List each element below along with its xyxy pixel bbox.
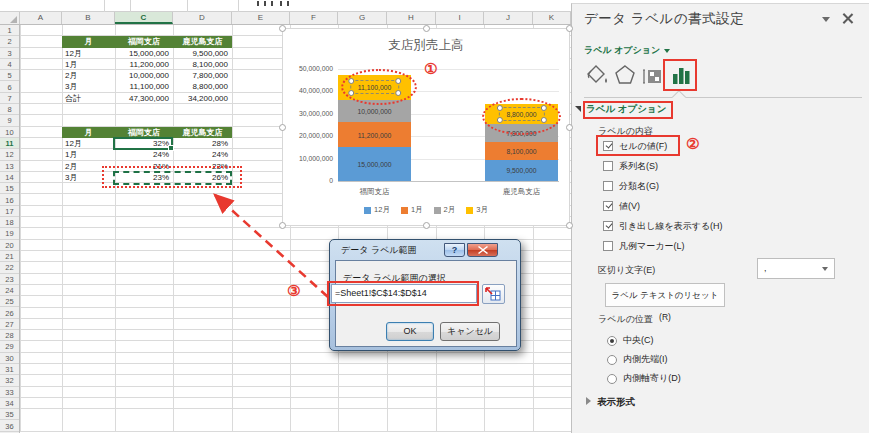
separator-dropdown[interactable]: , bbox=[757, 258, 835, 279]
row-header-6[interactable]: 6 bbox=[0, 82, 19, 93]
chart-handle-tm[interactable] bbox=[423, 25, 430, 32]
header-fukuoka[interactable]: 福岡支店 bbox=[115, 36, 173, 47]
checkbox[interactable] bbox=[603, 141, 613, 151]
checkbox-row[interactable]: セルの値(F) bbox=[603, 136, 723, 156]
cell-fukuoka-percent[interactable]: 24% bbox=[115, 149, 173, 160]
cell-kagoshima-percent[interactable]: 24% bbox=[173, 149, 232, 160]
checkbox-row[interactable]: 値(V) bbox=[603, 196, 723, 216]
chart-handle-ml[interactable] bbox=[279, 124, 286, 131]
radio-button[interactable] bbox=[607, 336, 617, 346]
cancel-button[interactable]: キャンセル bbox=[440, 322, 500, 341]
pane-collapse-icon[interactable] bbox=[822, 17, 830, 22]
cell-month[interactable]: 合計 bbox=[62, 93, 115, 104]
column-header-G[interactable]: G bbox=[338, 12, 387, 24]
cell-month[interactable]: 3月 bbox=[62, 81, 115, 92]
row-header-29[interactable]: 29 bbox=[0, 341, 19, 352]
row-header-7[interactable]: 7 bbox=[0, 93, 19, 104]
row-header-33[interactable]: 33 bbox=[0, 387, 19, 398]
column-header-E[interactable]: E bbox=[232, 12, 290, 24]
range-picker-button[interactable] bbox=[482, 284, 505, 304]
checkbox[interactable] bbox=[603, 241, 613, 251]
row-header-19[interactable]: 19 bbox=[0, 228, 19, 239]
effects-tab-icon[interactable] bbox=[613, 62, 637, 90]
column-header-H[interactable]: H bbox=[387, 12, 436, 24]
column-header-B[interactable]: B bbox=[62, 12, 115, 24]
chart-handle-mr[interactable] bbox=[566, 124, 573, 131]
select-all-corner[interactable] bbox=[0, 12, 20, 24]
dialog-help-button[interactable]: ? bbox=[444, 243, 465, 257]
row-header-4[interactable]: 4 bbox=[0, 59, 19, 70]
row-header-14[interactable]: 14 bbox=[0, 172, 19, 183]
cell-kagoshima-value[interactable]: 7,800,000 bbox=[173, 70, 232, 81]
column-header-F[interactable]: F bbox=[290, 12, 338, 24]
column-header-J[interactable]: J bbox=[484, 12, 533, 24]
range-input[interactable]: =Sheet1!$C$14:$D$14 bbox=[331, 284, 477, 303]
chart-handle-tl[interactable] bbox=[279, 25, 286, 32]
cell-fukuoka-value[interactable]: 15,000,000 bbox=[115, 48, 173, 59]
section-label-options[interactable]: ラベル オプション bbox=[575, 103, 666, 116]
header-kagoshima[interactable]: 鹿児島支店 bbox=[173, 127, 232, 138]
row-header-36[interactable]: 36 bbox=[0, 421, 19, 432]
column-header-C[interactable]: C bbox=[115, 12, 173, 24]
cell-kagoshima-percent[interactable]: 28% bbox=[173, 138, 232, 149]
row-header-5[interactable]: 5 bbox=[0, 70, 19, 81]
row-header-3[interactable]: 3 bbox=[0, 48, 19, 59]
checkbox-row[interactable]: 引き出し線を表示する(H) bbox=[603, 216, 723, 236]
reset-label-text-button[interactable]: ラベル テキストのリセット(R) bbox=[605, 283, 725, 307]
row-header-21[interactable]: 21 bbox=[0, 251, 19, 262]
cell-kagoshima-value[interactable]: 8,100,000 bbox=[173, 59, 232, 70]
cell-month[interactable]: 1月 bbox=[62, 149, 115, 160]
row-header-31[interactable]: 31 bbox=[0, 364, 19, 375]
cell-month[interactable]: 12月 bbox=[62, 48, 115, 59]
checkbox[interactable] bbox=[603, 201, 613, 211]
chart-handle-tr[interactable] bbox=[566, 25, 573, 32]
data-label-1月[interactable]: 8,100,000 bbox=[506, 147, 536, 154]
data-label-range-dialog[interactable]: データ ラベル範囲 ? データ ラベル範囲の選択 =Sheet1!$C$14:$… bbox=[329, 239, 521, 351]
cell-kagoshima-value[interactable]: 8,800,000 bbox=[173, 81, 232, 92]
column-header-A[interactable]: A bbox=[20, 12, 62, 24]
checkbox-row[interactable]: 凡例マーカー(L) bbox=[603, 236, 723, 256]
legend-item-2月[interactable]: 2月 bbox=[434, 205, 456, 215]
dialog-close-button[interactable] bbox=[467, 243, 498, 257]
radio-button[interactable] bbox=[607, 374, 617, 384]
legend-item-1月[interactable]: 1月 bbox=[401, 205, 423, 215]
row-header-9[interactable]: 9 bbox=[0, 115, 19, 126]
row-header-11[interactable]: 11 bbox=[0, 138, 19, 149]
checkbox[interactable] bbox=[603, 181, 613, 191]
cell-month[interactable]: 12月 bbox=[62, 138, 115, 149]
row-header-32[interactable]: 32 bbox=[0, 375, 19, 386]
radio-button[interactable] bbox=[607, 355, 617, 365]
row-header-35[interactable]: 35 bbox=[0, 409, 19, 420]
row-header-28[interactable]: 28 bbox=[0, 330, 19, 341]
ok-button[interactable]: OK bbox=[386, 322, 434, 341]
data-label-12月[interactable]: 15,000,000 bbox=[357, 161, 391, 168]
checkbox-row[interactable]: 系列名(S) bbox=[603, 156, 723, 176]
cell-kagoshima-value[interactable]: 34,200,000 bbox=[173, 93, 232, 104]
cell-kagoshima-value[interactable]: 9,500,000 bbox=[173, 48, 232, 59]
cell-fukuoka-value[interactable]: 47,300,000 bbox=[115, 93, 173, 104]
legend-item-12月[interactable]: 12月 bbox=[364, 205, 390, 215]
cell-month[interactable]: 1月 bbox=[62, 59, 115, 70]
row-header-8[interactable]: 8 bbox=[0, 104, 19, 115]
row-header-25[interactable]: 25 bbox=[0, 296, 19, 307]
active-cell-C11[interactable] bbox=[113, 137, 173, 150]
row-header-22[interactable]: 22 bbox=[0, 262, 19, 273]
row-header-34[interactable]: 34 bbox=[0, 398, 19, 409]
pane-close-icon[interactable] bbox=[842, 12, 854, 24]
data-label-1月[interactable]: 11,200,000 bbox=[358, 131, 392, 138]
row-header-2[interactable]: 2 bbox=[0, 36, 19, 47]
row-header-23[interactable]: 23 bbox=[0, 274, 19, 285]
section-number-format[interactable]: 表示形式 bbox=[586, 396, 635, 409]
tab-label-options[interactable]: ラベル オプション bbox=[584, 44, 670, 57]
row-header-12[interactable]: 12 bbox=[0, 149, 19, 160]
legend-item-3月[interactable]: 3月 bbox=[466, 205, 488, 215]
row-header-24[interactable]: 24 bbox=[0, 285, 19, 296]
cell-fukuoka-value[interactable]: 11,200,000 bbox=[115, 59, 173, 70]
header-month[interactable]: 月 bbox=[62, 127, 115, 138]
column-header-K[interactable]: K bbox=[533, 12, 571, 24]
cell-fukuoka-value[interactable]: 10,000,000 bbox=[115, 70, 173, 81]
row-header-17[interactable]: 17 bbox=[0, 206, 19, 217]
row-header-13[interactable]: 13 bbox=[0, 161, 19, 172]
row-header-18[interactable]: 18 bbox=[0, 217, 19, 228]
header-kagoshima[interactable]: 鹿児島支店 bbox=[173, 36, 232, 47]
